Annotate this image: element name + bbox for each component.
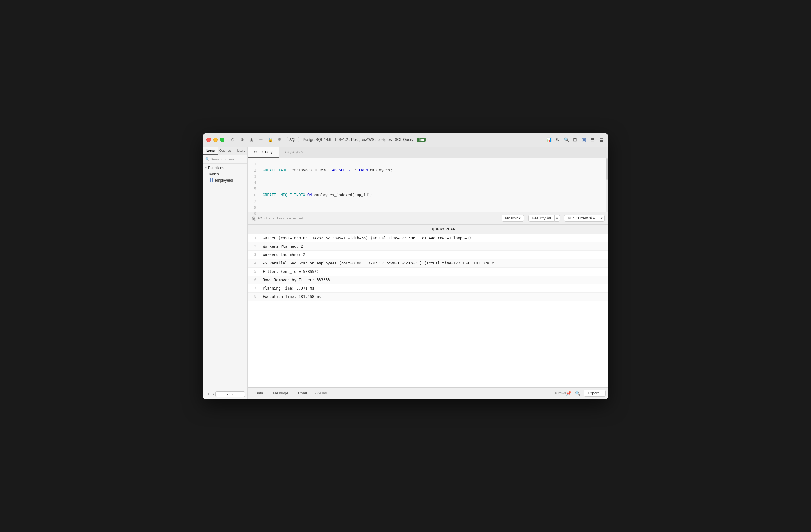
row-cell-4: -> Parallel Seq Scan on employees (cost=… xyxy=(259,259,608,267)
timing-info: 779 ms xyxy=(315,391,327,395)
chevron-down-icon: ▾ xyxy=(205,173,207,176)
tab-chart[interactable]: Chart xyxy=(293,390,312,397)
chevron-down-icon[interactable]: ▾ xyxy=(213,392,214,396)
schema-select[interactable]: public xyxy=(215,391,245,397)
line-numbers: 1 2 3 4 5 6 7 8 9 10 xyxy=(248,158,259,212)
export-button[interactable]: Export... xyxy=(584,390,606,397)
row-num-4: 4 xyxy=(248,259,259,267)
table-icon xyxy=(210,178,213,182)
titlebar-right: 📊 ↻ 🔍 ⊞ ▣ ⬒ ⬓ xyxy=(546,136,605,143)
run-label: Run Current ⌘↵ xyxy=(568,216,596,220)
pin-icon[interactable]: 📌 xyxy=(566,391,571,396)
row-cell-8: Execution Time: 181.468 ms xyxy=(259,293,608,301)
results-header: QUERY PLAN xyxy=(248,225,608,234)
panel-bottom-icon[interactable]: ⬒ xyxy=(589,136,596,143)
chevron-down-icon: ▾ xyxy=(205,166,207,170)
query-tabs-bar: SQL Query employees xyxy=(248,147,608,158)
query-plan-header: QUERY PLAN xyxy=(428,225,609,234)
maximize-button[interactable] xyxy=(220,138,225,142)
row-num-7: 7 xyxy=(248,284,259,292)
editor-scrollbar[interactable] xyxy=(606,158,608,212)
add-button[interactable]: + xyxy=(205,391,212,397)
results-body[interactable]: 1 Gather (cost=1000.00..14282.62 rows=1 … xyxy=(248,234,608,387)
no-limit-label: No limit xyxy=(505,216,518,220)
traffic-lights xyxy=(206,138,225,142)
table-row: 7 Planning Time: 0.071 ms xyxy=(248,284,608,293)
eye-icon[interactable]: ◉ xyxy=(248,136,255,143)
functions-label: Functions xyxy=(208,166,224,170)
app-window: ⊙ ⊗ ◉ ☰ 🔒 ⛃ SQL PostgreSQL 14.6 : TLSv1.… xyxy=(203,133,608,399)
row-cell-3: Workers Launched: 2 xyxy=(259,251,608,259)
loc-badge: loc xyxy=(417,138,426,142)
search-results-icon[interactable]: 🔍 xyxy=(574,390,581,397)
minimize-button[interactable] xyxy=(213,138,218,142)
sidebar-tree: ▾ Functions ▾ Tables employees xyxy=(203,163,247,389)
chart-icon[interactable]: 📊 xyxy=(546,136,552,143)
tab-data[interactable]: Data xyxy=(250,390,268,397)
panel-split-icon[interactable]: ⊞ xyxy=(571,136,579,143)
tab-message[interactable]: Message xyxy=(268,390,293,397)
table-row: 2 Workers Planned: 2 xyxy=(248,242,608,251)
panel-right-icon[interactable]: ⬓ xyxy=(598,136,605,143)
lock-icon[interactable]: 🔒 xyxy=(267,136,274,143)
tab-employees[interactable]: employees xyxy=(279,147,309,158)
bottom-right: 📌 🔍 Export... xyxy=(566,390,606,397)
sidebar-tab-queries[interactable]: Queries xyxy=(218,147,232,155)
run-current-button[interactable]: Run Current ⌘↵ xyxy=(564,215,599,222)
stop-icon[interactable]: ⊗ xyxy=(239,136,246,143)
row-number-header xyxy=(248,225,428,234)
row-num-2: 2 xyxy=(248,242,259,250)
sidebar-tabs: Items Queries History xyxy=(203,147,247,155)
close-button[interactable] xyxy=(206,138,211,142)
sidebar-item-employees[interactable]: employees xyxy=(203,177,247,184)
code-content[interactable]: CREATE TABLE employees_indexed AS SELECT… xyxy=(259,158,608,212)
table-row: 4 -> Parallel Seq Scan on employees (cos… xyxy=(248,259,608,268)
main-content: Items Queries History 🔍 ⊟ ▾ Functions ▾ … xyxy=(203,147,608,399)
row-cell-7: Planning Time: 0.071 ms xyxy=(259,284,608,292)
row-num-5: 5 xyxy=(248,268,259,276)
bottom-bar: Data Message Chart 779 ms 8 rows 📌 🔍 Exp… xyxy=(248,387,608,399)
row-cell-5: Filter: (emp_id = 578652) xyxy=(259,268,608,276)
editor-toolbar: ⚙ 62 characters selected No limit ▾ Beau… xyxy=(248,212,608,225)
employees-label: employees xyxy=(215,178,233,183)
sidebar-tab-items[interactable]: Items xyxy=(203,147,218,155)
table-row: 6 Rows Removed by Filter: 333333 xyxy=(248,276,608,284)
sidebar-item-functions[interactable]: ▾ Functions xyxy=(203,165,247,171)
search-icon: 🔍 xyxy=(205,157,210,161)
row-num-6: 6 xyxy=(248,276,259,284)
results-area: QUERY PLAN 1 Gather (cost=1000.00..14282… xyxy=(248,225,608,387)
search-icon[interactable]: 🔍 xyxy=(563,136,570,143)
voice-icon[interactable]: ⊙ xyxy=(229,136,236,143)
search-input[interactable] xyxy=(211,157,254,161)
beautify-split-button[interactable]: ▾ xyxy=(554,215,560,222)
row-num-8: 8 xyxy=(248,293,259,301)
chars-selected: 62 characters selected xyxy=(258,216,303,220)
row-num-1: 1 xyxy=(248,234,259,242)
sql-editor[interactable]: 1 2 3 4 5 6 7 8 9 10 CREATE TABLE employ… xyxy=(248,158,608,212)
sidebar-tab-history[interactable]: History xyxy=(232,147,247,155)
beautify-button[interactable]: Beautify ⌘I xyxy=(529,215,554,222)
titlebar: ⊙ ⊗ ◉ ☰ 🔒 ⛃ SQL PostgreSQL 14.6 : TLSv1.… xyxy=(203,133,608,147)
beautify-label: Beautify ⌘I xyxy=(532,216,551,220)
table-row: 5 Filter: (emp_id = 578652) xyxy=(248,268,608,276)
tables-label: Tables xyxy=(208,172,219,176)
menu-icon[interactable]: ☰ xyxy=(257,136,264,143)
row-cell-6: Rows Removed by Filter: 333333 xyxy=(259,276,608,284)
sidebar-item-tables[interactable]: ▾ Tables xyxy=(203,171,247,177)
panel-top-icon[interactable]: ▣ xyxy=(580,136,587,143)
row-cell-2: Workers Planned: 2 xyxy=(259,242,608,250)
sidebar-search-container: 🔍 ⊟ xyxy=(203,155,247,163)
table-row: 3 Workers Launched: 2 xyxy=(248,251,608,259)
refresh-icon[interactable]: ↻ xyxy=(554,136,561,143)
tab-sql-query[interactable]: SQL Query xyxy=(248,147,279,158)
db-icon[interactable]: ⛃ xyxy=(276,136,283,143)
run-split-button[interactable]: ▾ xyxy=(599,215,605,222)
sql-badge: SQL xyxy=(287,137,299,142)
row-num-3: 3 xyxy=(248,251,259,259)
row-count: 8 rows xyxy=(555,391,566,395)
chevron-down-icon: ▾ xyxy=(519,216,521,220)
right-panel: SQL Query employees 1 2 3 4 5 6 7 8 9 10… xyxy=(248,147,608,399)
sidebar-bottom: + ▾ public xyxy=(203,389,247,399)
row-cell-1: Gather (cost=1000.00..14282.62 rows=1 wi… xyxy=(259,234,608,242)
no-limit-button[interactable]: No limit ▾ xyxy=(502,215,524,222)
